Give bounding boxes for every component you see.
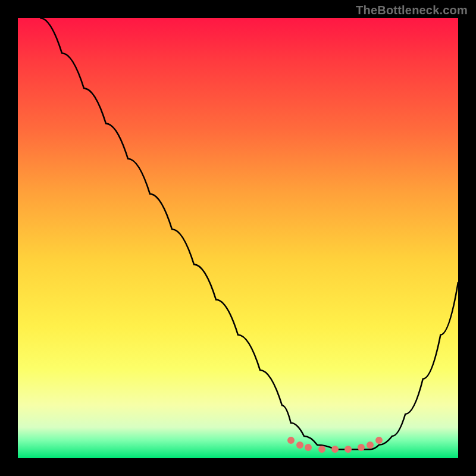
optimal-dot (331, 446, 339, 453)
optimal-dot (345, 446, 352, 453)
chart-frame: TheBottleneck.com (0, 0, 476, 476)
optimal-dot (375, 437, 383, 444)
optimal-dot (318, 446, 325, 453)
optimal-dot (367, 441, 374, 449)
optimal-dot (305, 444, 312, 451)
optimal-dot (296, 441, 303, 449)
optimal-dot (358, 444, 365, 451)
optimal-dot (287, 437, 295, 444)
watermark-text: TheBottleneck.com (356, 4, 468, 17)
plot-area (18, 18, 458, 458)
optimal-range-dots (18, 18, 458, 458)
